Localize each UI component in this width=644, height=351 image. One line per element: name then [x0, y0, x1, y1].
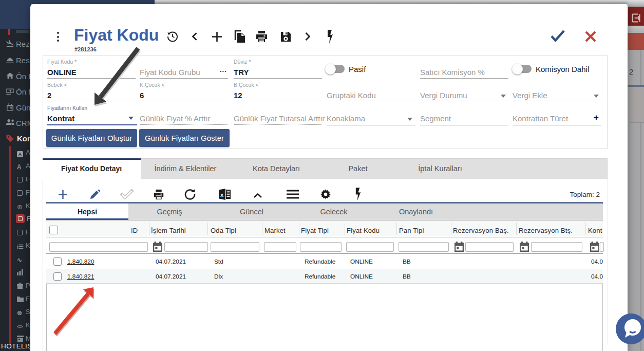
svg-text:x: x: [220, 192, 224, 198]
